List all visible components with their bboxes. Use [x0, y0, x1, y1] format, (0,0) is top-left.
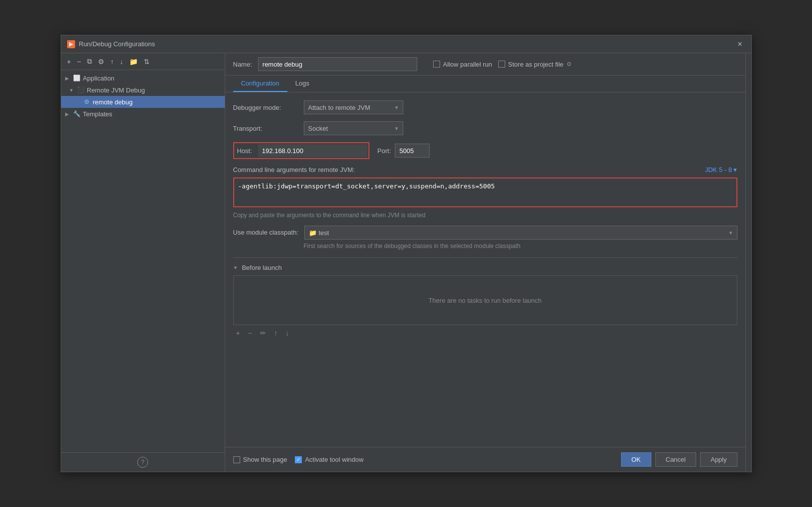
- move-down-button[interactable]: ↓: [118, 57, 125, 67]
- bottom-bar: Show this page ✓ Activate tool window OK…: [225, 447, 745, 472]
- before-launch-triangle-icon: ▼: [233, 265, 238, 270]
- before-launch-header: ▼ Before launch: [233, 257, 737, 271]
- copy-config-button[interactable]: ⧉: [85, 56, 94, 67]
- debugger-mode-wrapper: Attach to remote JVM Listen to remote JV…: [304, 100, 403, 114]
- host-label: Host:: [235, 147, 254, 155]
- cmd-header: Command line arguments for remote JVM: J…: [233, 166, 737, 173]
- port-input[interactable]: [395, 144, 430, 158]
- application-icon: ⬜: [73, 74, 81, 82]
- config-tree: ▶ ⬜ Application ▼ ⬛ Remote JVM Debug ⚙ r…: [61, 70, 225, 452]
- store-project-gear-icon[interactable]: ⚙: [566, 61, 572, 68]
- allow-parallel-label: Allow parallel run: [443, 61, 492, 68]
- cmd-label: Command line arguments for remote JVM:: [233, 166, 355, 173]
- before-launch-down-button[interactable]: ↓: [282, 328, 292, 338]
- right-panel: Name: Allow parallel run Store as projec…: [225, 53, 745, 472]
- main-content: + − ⧉ ⚙ ↑ ↓ 📁 ⇅ ▶ ⬜ Application ▼: [61, 53, 751, 472]
- move-up-button[interactable]: ↑: [108, 57, 116, 67]
- store-project-checkbox[interactable]: [498, 61, 505, 68]
- activate-tool-label: Activate tool window: [305, 456, 363, 463]
- module-select-wrapper: 📁 test ▼: [304, 226, 737, 240]
- cmd-section: Command line arguments for remote JVM: J…: [233, 166, 737, 219]
- port-label: Port:: [377, 147, 391, 155]
- before-launch-up-button[interactable]: ↑: [271, 328, 280, 338]
- remote-jvm-debug-label: Remote JVM Debug: [87, 86, 145, 94]
- app-icon: ▶: [67, 40, 75, 48]
- add-config-button[interactable]: +: [65, 57, 73, 67]
- sort-button[interactable]: ⇅: [142, 57, 152, 67]
- tree-item-remote-jvm-debug[interactable]: ▼ ⬛ Remote JVM Debug: [61, 84, 225, 96]
- templates-icon: 🔧: [73, 110, 81, 118]
- bottom-left: Show this page ✓ Activate tool window: [233, 456, 364, 463]
- run-debug-dialog: ▶ Run/Debug Configurations × + − ⧉ ⚙ ↑ ↓…: [61, 35, 752, 472]
- jdk-label-text: JDK 5 - 8: [705, 166, 732, 173]
- store-project-group: Store as project file ⚙: [498, 61, 572, 68]
- module-classpath-label: Use module classpath:: [233, 226, 299, 236]
- remote-jvm-debug-icon: ⬛: [77, 86, 85, 94]
- expand-remote-jvm-icon: ▼: [69, 87, 75, 93]
- name-label: Name:: [233, 61, 252, 68]
- no-tasks-text: There are no tasks to run before launch: [429, 297, 542, 304]
- title-bar-left: ▶ Run/Debug Configurations: [67, 40, 155, 48]
- debugger-mode-label: Debugger mode:: [233, 104, 298, 111]
- allow-parallel-group: Allow parallel run: [433, 61, 492, 68]
- tree-item-application[interactable]: ▶ ⬜ Application: [61, 72, 225, 84]
- config-content: Debugger mode: Attach to remote JVM List…: [225, 92, 745, 447]
- show-page-group: Show this page: [233, 456, 287, 463]
- folder-button[interactable]: 📁: [127, 57, 140, 67]
- debugger-mode-select[interactable]: Attach to remote JVM Listen to remote JV…: [304, 100, 403, 114]
- tree-item-templates[interactable]: ▶ 🔧 Templates: [61, 108, 225, 120]
- left-bottom: ?: [61, 452, 225, 472]
- remote-debug-label: remote debug: [93, 98, 133, 106]
- config-tabs: Configuration Logs: [225, 76, 745, 92]
- remote-debug-icon: ⚙: [83, 98, 91, 106]
- before-launch-add-button[interactable]: +: [233, 328, 243, 338]
- apply-button[interactable]: Apply: [700, 452, 737, 467]
- templates-label: Templates: [83, 110, 112, 118]
- transport-wrapper: Socket Shared memory: [304, 121, 403, 135]
- right-header: Name: Allow parallel run Store as projec…: [225, 53, 745, 76]
- port-group: Port:: [377, 144, 430, 158]
- left-panel: + − ⧉ ⚙ ↑ ↓ 📁 ⇅ ▶ ⬜ Application ▼: [61, 53, 225, 472]
- allow-parallel-checkbox[interactable]: [433, 61, 440, 68]
- close-button[interactable]: ×: [734, 39, 745, 50]
- scrollbar: [745, 53, 751, 472]
- show-page-checkbox[interactable]: [233, 456, 240, 463]
- host-group: Host:: [233, 142, 369, 159]
- cmd-hint: Copy and paste the arguments to the comm…: [233, 212, 737, 219]
- activate-tool-checkbox[interactable]: ✓: [295, 456, 302, 463]
- expand-application-icon: ▶: [65, 76, 71, 81]
- settings-button[interactable]: ⚙: [96, 57, 106, 67]
- module-classpath-hint: First search for sources of the debugged…: [304, 243, 737, 250]
- help-button[interactable]: ?: [137, 457, 148, 468]
- jdk-link[interactable]: JDK 5 - 8 ▾: [705, 166, 737, 173]
- activate-tool-group: ✓ Activate tool window: [295, 456, 363, 463]
- transport-label: Transport:: [233, 125, 298, 132]
- name-input[interactable]: [258, 57, 417, 71]
- before-launch-toolbar: + − ✏ ↑ ↓: [233, 328, 737, 338]
- store-project-label: Store as project file: [508, 61, 563, 68]
- ok-button[interactable]: OK: [621, 452, 651, 467]
- host-port-row: Host: Port:: [233, 142, 737, 159]
- application-label: Application: [83, 75, 115, 82]
- title-bar: ▶ Run/Debug Configurations ×: [61, 35, 751, 53]
- host-input[interactable]: [258, 144, 367, 157]
- expand-templates-icon: ▶: [65, 111, 71, 117]
- module-select[interactable]: 📁 test: [304, 226, 737, 240]
- module-classpath-row: Use module classpath: 📁 test ▼: [233, 226, 737, 240]
- tab-logs[interactable]: Logs: [287, 76, 317, 92]
- remove-config-button[interactable]: −: [75, 57, 83, 67]
- before-launch-remove-button[interactable]: −: [245, 328, 255, 338]
- tab-configuration[interactable]: Configuration: [233, 76, 287, 92]
- dialog-title: Run/Debug Configurations: [79, 40, 155, 48]
- transport-select[interactable]: Socket Shared memory: [304, 121, 403, 135]
- before-launch-area: There are no tasks to run before launch: [233, 275, 737, 325]
- before-launch-section: ▼ Before launch There are no tasks to ru…: [233, 257, 737, 338]
- debugger-mode-row: Debugger mode: Attach to remote JVM List…: [233, 100, 737, 114]
- before-launch-edit-button[interactable]: ✏: [257, 328, 269, 338]
- before-launch-label: Before launch: [242, 264, 281, 271]
- tree-item-remote-debug[interactable]: ⚙ remote debug: [61, 96, 225, 108]
- transport-row: Transport: Socket Shared memory: [233, 121, 737, 135]
- cmd-textarea[interactable]: [233, 177, 737, 207]
- cancel-button[interactable]: Cancel: [655, 452, 696, 467]
- bottom-right: OK Cancel Apply: [621, 452, 737, 467]
